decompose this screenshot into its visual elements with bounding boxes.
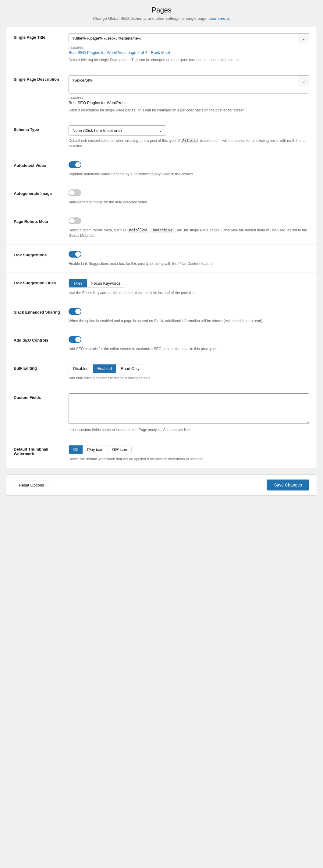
single-page-description-label: Single Page Description	[14, 75, 68, 82]
custom-fields-textarea[interactable]	[68, 393, 309, 424]
default-thumbnail-watermark-helper: Select the default watermark that will b…	[68, 456, 309, 462]
single-page-title-dropdown-arrow[interactable]: ⌄	[298, 33, 309, 43]
page-subtitle: Change Global SEO, Schema, and other set…	[6, 16, 317, 21]
custom-fields-control: List of custom fields name to include in…	[68, 393, 309, 433]
autogenerate-image-track	[68, 189, 81, 196]
link-suggestions-label: Link Suggestions	[14, 251, 68, 257]
custom-fields-helper: List of custom fields name to include in…	[68, 427, 309, 433]
custom-fields-row: Custom Fields List of custom fields name…	[6, 387, 317, 439]
learn-more-link[interactable]: Learn more	[209, 16, 229, 21]
slack-enhanced-sharing-track	[68, 308, 81, 315]
autodetect-video-label: Autodetect Video	[14, 161, 68, 168]
single-page-title-example-link[interactable]: Best SEO Plugins for WordPress page 2 of…	[68, 50, 170, 55]
schema-type-row: Schema Type None (Click here to set one)…	[6, 119, 317, 155]
single-page-description-textarea[interactable]: %excerpt%	[69, 75, 298, 91]
link-suggestions-row: Link Suggestions Enable Link Suggestions…	[6, 245, 317, 273]
single-page-description-example-text: Best SEO Plugins for WordPress	[68, 100, 309, 105]
single-page-title-input-wrapper: ⌄	[68, 33, 309, 43]
link-suggestion-titles-btn-titles[interactable]: Titles	[69, 279, 87, 287]
autogenerate-image-thumb	[69, 190, 75, 195]
autogenerate-image-label: Autogenerate Image	[14, 189, 68, 196]
default-thumbnail-watermark-btn-play-icon[interactable]: Play icon	[83, 445, 108, 454]
bulk-editing-btn-enabled[interactable]: Enabled	[93, 365, 117, 373]
bulk-editing-group: Disabled Enabled Read Only	[68, 364, 144, 373]
schema-type-arrow-icon: ⌄	[159, 128, 162, 133]
autodetect-video-thumb	[75, 162, 81, 167]
single-page-title-helper: Default title tag for single Page pages.…	[68, 57, 309, 63]
link-suggestion-titles-group: Titles Focus Keywords	[68, 279, 125, 288]
link-suggestions-track	[68, 251, 81, 257]
link-suggestion-titles-helper: Use the Focus Keyword as the default tex…	[68, 290, 309, 296]
default-thumbnail-watermark-btn-off[interactable]: Off	[69, 445, 83, 454]
page-robots-meta-toggle[interactable]	[68, 217, 81, 224]
single-page-title-label: Single Page Title	[14, 33, 68, 39]
link-suggestions-thumb	[75, 251, 81, 257]
footer-bar: Reset Options Save Changes	[6, 474, 317, 496]
slack-enhanced-sharing-thumb	[75, 309, 81, 314]
bulk-editing-control: Disabled Enabled Read Only Add bulk edit…	[68, 364, 309, 381]
single-page-title-control: ⌄ EXAMPLE Best SEO Plugins for WordPress…	[68, 33, 309, 63]
schema-type-control: None (Click here to set one) ⌄ Default r…	[68, 125, 309, 149]
single-page-description-helper: Default description for single Page page…	[68, 107, 309, 113]
single-page-title-input[interactable]	[69, 33, 298, 43]
default-thumbnail-watermark-control: Off Play icon GIF icon Select the defaul…	[68, 445, 309, 462]
link-suggestion-titles-btn-focus-keywords[interactable]: Focus Keywords	[87, 279, 125, 287]
custom-fields-label: Custom Fields	[14, 393, 68, 400]
page-title: Pages	[6, 6, 317, 14]
add-seo-controls-thumb	[75, 337, 81, 342]
link-suggestion-titles-row: Link Suggestion Titles Titles Focus Keyw…	[6, 273, 317, 302]
slack-enhanced-sharing-control: When the option is enabled and a page is…	[68, 308, 309, 323]
schema-type-helper: Default rich snippet selected when creat…	[68, 138, 309, 149]
add-seo-controls-toggle[interactable]	[68, 336, 81, 343]
autogenerate-image-helper: Auto-generate image for the auto detecte…	[68, 199, 309, 205]
autodetect-video-track	[68, 161, 81, 168]
autogenerate-image-toggle[interactable]	[68, 189, 81, 196]
nofollow-code: nofollow	[127, 228, 148, 232]
single-page-description-row: Single Page Description %excerpt% ⌄ EXAM…	[6, 69, 317, 119]
link-suggestion-titles-control: Titles Focus Keywords Use the Focus Keyw…	[68, 279, 309, 296]
single-page-description-control: %excerpt% ⌄ EXAMPLE Best SEO Plugins for…	[68, 75, 309, 113]
reset-options-button[interactable]: Reset Options	[14, 480, 49, 490]
add-seo-controls-control: Add SEO controls for the editor screen t…	[68, 336, 309, 352]
default-thumbnail-watermark-group: Off Play icon GIF icon	[68, 445, 131, 454]
single-page-description-dropdown-arrow[interactable]: ⌄	[298, 75, 309, 87]
page-robots-meta-row: Page Robots Meta Select custom robots me…	[6, 211, 317, 245]
schema-type-label: Schema Type	[14, 125, 68, 132]
default-thumbnail-watermark-label: Default Thumbnail Watermark	[14, 445, 68, 456]
default-thumbnail-watermark-btn-gif-icon[interactable]: GIF icon	[108, 445, 131, 454]
autodetect-video-toggle[interactable]	[68, 161, 81, 168]
slack-enhanced-sharing-helper: When the option is enabled and a page is…	[68, 318, 309, 323]
slack-enhanced-sharing-toggle[interactable]	[68, 308, 81, 315]
bulk-editing-btn-disabled[interactable]: Disabled	[69, 365, 93, 373]
autogenerate-image-row: Autogenerate Image Auto-generate image f…	[6, 183, 317, 211]
link-suggestion-titles-label: Link Suggestion Titles	[14, 279, 68, 285]
autodetect-video-row: Autodetect Video Populate automatic Vide…	[6, 155, 317, 183]
page-robots-meta-helper: Select custom robots meta, such as nofol…	[68, 227, 309, 238]
page-robots-meta-label: Page Robots Meta	[14, 217, 68, 224]
single-page-description-example-label: EXAMPLE	[68, 96, 309, 100]
single-page-title-example-label: EXAMPLE	[68, 46, 309, 50]
autodetect-video-helper: Populate automatic Video Schema by auto-…	[68, 172, 309, 177]
settings-card: Single Page Title ⌄ EXAMPLE Best SEO Plu…	[6, 27, 317, 468]
single-page-description-input-wrapper: %excerpt% ⌄	[68, 75, 309, 93]
default-thumbnail-watermark-row: Default Thumbnail Watermark Off Play ico…	[6, 439, 317, 468]
link-suggestions-toggle[interactable]	[68, 251, 81, 257]
bulk-editing-label: Bulk Editing	[14, 364, 68, 371]
save-changes-button[interactable]: Save Changes	[267, 479, 309, 491]
page-robots-meta-track	[68, 217, 81, 224]
bulk-editing-btn-read-only[interactable]: Read Only	[116, 365, 144, 373]
link-suggestions-helper: Enable Link Suggestions meta box for thi…	[68, 261, 309, 267]
bulk-editing-helper: Add bulk editing columns to the post lis…	[68, 375, 309, 381]
schema-type-value: None (Click here to set one)	[72, 128, 122, 133]
autogenerate-image-control: Auto-generate image for the auto detecte…	[68, 189, 309, 205]
link-suggestions-control: Enable Link Suggestions meta box for thi…	[68, 251, 309, 267]
schema-type-select[interactable]: None (Click here to set one) ⌄	[68, 125, 166, 135]
schema-type-code: Article	[181, 138, 199, 143]
add-seo-controls-track	[68, 336, 81, 343]
page-robots-meta-thumb	[69, 218, 75, 223]
page-header: Pages Change Global SEO, Schema, and oth…	[6, 6, 317, 21]
add-seo-controls-label: Add SEO Controls	[14, 336, 68, 342]
slack-enhanced-sharing-row: Slack Enhanced Sharing When the option i…	[6, 302, 317, 330]
noarchive-code: noarchive	[151, 228, 174, 232]
single-page-title-row: Single Page Title ⌄ EXAMPLE Best SEO Plu…	[6, 27, 317, 69]
